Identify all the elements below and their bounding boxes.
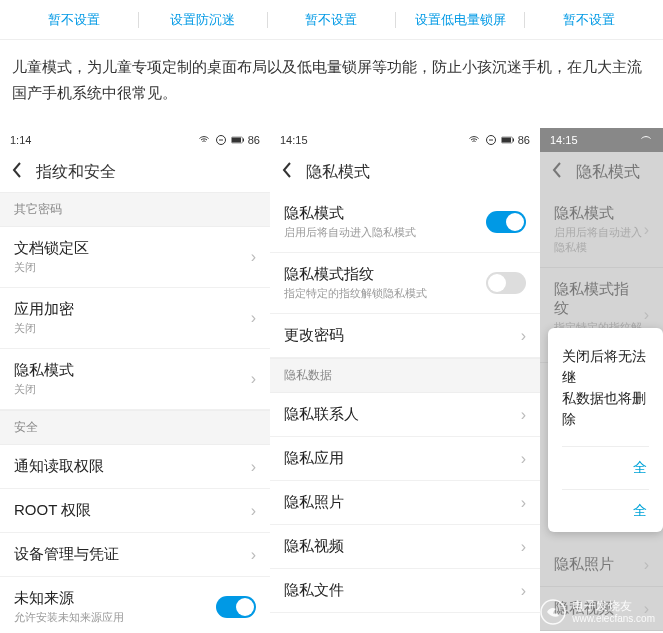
toggle-switch[interactable]	[486, 211, 526, 233]
watermark-url: www.elecfans.com	[572, 613, 655, 624]
settings-row[interactable]: 隐私模式关闭 ›	[0, 349, 270, 410]
chevron-right-icon: ›	[251, 248, 256, 266]
row-title: 设备管理与凭证	[14, 545, 119, 564]
description-text: 儿童模式，为儿童专项定制的桌面布局以及低电量锁屏等功能，防止小孩沉迷手机，在几大…	[0, 40, 663, 119]
row-title: 通知读取权限	[14, 457, 104, 476]
settings-row[interactable]: 未知来源允许安装未知来源应用	[0, 577, 270, 633]
svg-rect-2	[232, 138, 241, 143]
top-tab-4[interactable]: 暂不设置	[525, 11, 653, 29]
row-subtitle: 关闭	[14, 260, 89, 275]
row-title: 更改密码	[284, 326, 344, 345]
phone-screenshots: 1:14 86 指纹和安全 其它密码 文档锁定区关闭 › 应用加密关闭 › 隐私…	[0, 128, 663, 633]
chevron-right-icon: ›	[251, 458, 256, 476]
dialog-message: 关闭后将无法继 私数据也将删除	[562, 346, 649, 430]
chevron-right-icon: ›	[521, 582, 526, 600]
settings-row[interactable]: 隐私模式启用后将自动进入隐私模式	[270, 192, 540, 253]
chevron-right-icon: ›	[251, 309, 256, 327]
chevron-right-icon: ›	[251, 546, 256, 564]
settings-row[interactable]: 隐私应用 ›	[270, 437, 540, 481]
settings-row[interactable]: ROOT 权限 ›	[0, 489, 270, 533]
chevron-right-icon: ›	[521, 450, 526, 468]
settings-row[interactable]: 隐私模式指纹指定特定的指纹解锁隐私模式	[270, 253, 540, 314]
battery-percent: 86	[518, 134, 530, 146]
row-subtitle: 关闭	[14, 382, 74, 397]
back-icon[interactable]	[552, 161, 562, 183]
chevron-right-icon: ›	[521, 327, 526, 345]
status-icons: 86	[467, 134, 530, 146]
chevron-right-icon: ›	[521, 494, 526, 512]
top-tab-2[interactable]: 暂不设置	[268, 11, 396, 29]
settings-row[interactable]: 隐私联系人 ›	[270, 393, 540, 437]
settings-header: 指纹和安全	[0, 152, 270, 192]
section-header: 其它密码	[0, 192, 270, 227]
battery-percent: 86	[248, 134, 260, 146]
status-bar: 1:14 86	[0, 128, 270, 152]
status-bar: 14:15	[540, 128, 663, 152]
chevron-right-icon: ›	[644, 221, 649, 239]
top-tab-1[interactable]: 设置防沉迷	[139, 11, 267, 29]
settings-row: 隐私照片 ›	[540, 543, 663, 587]
battery-icon	[501, 134, 515, 146]
row-title: 隐私模式	[284, 204, 416, 223]
status-icons: 86	[197, 134, 260, 146]
status-icons	[639, 134, 653, 146]
toggle-switch[interactable]	[486, 272, 526, 294]
row-title: 隐私文件	[284, 581, 344, 600]
settings-row[interactable]: 通知读取权限 ›	[0, 445, 270, 489]
row-title: 隐私模式指纹	[284, 265, 427, 284]
row-title: 隐私模式指纹	[554, 280, 644, 318]
dialog-button-1[interactable]: 全	[562, 446, 649, 489]
row-title: ROOT 权限	[14, 501, 91, 520]
settings-header: 隐私模式	[270, 152, 540, 192]
chevron-right-icon: ›	[644, 306, 649, 324]
section-header: 安全	[0, 410, 270, 445]
phone-privacy-dialog: 14:15 隐私模式 隐私模式启用后将自动进入隐私模 › 隐私模式指纹指定特定的…	[540, 128, 663, 633]
settings-row[interactable]: 隐私文件 ›	[270, 569, 540, 613]
back-icon[interactable]	[282, 161, 292, 183]
chevron-right-icon: ›	[521, 406, 526, 424]
back-icon[interactable]	[12, 161, 22, 183]
row-subtitle: 启用后将自动进入隐私模式	[284, 225, 416, 240]
row-title: 隐私模式	[14, 361, 74, 380]
row-title: 隐私照片	[554, 555, 614, 574]
wifi-icon	[639, 134, 653, 146]
battery-icon	[231, 134, 245, 146]
status-time: 14:15	[280, 134, 308, 146]
toggle-switch[interactable]	[216, 596, 256, 618]
settings-row[interactable]: 文档锁定区关闭 ›	[0, 227, 270, 288]
settings-row[interactable]: 隐私视频 ›	[270, 525, 540, 569]
header-title: 隐私模式	[306, 162, 370, 183]
settings-row: 隐私模式启用后将自动进入隐私模 ›	[540, 192, 663, 268]
svg-rect-3	[243, 139, 244, 142]
row-title: 隐私应用	[284, 449, 344, 468]
do-not-disturb-icon	[484, 134, 498, 146]
svg-rect-7	[513, 139, 514, 142]
chevron-right-icon: ›	[521, 538, 526, 556]
row-title: 隐私视频	[284, 537, 344, 556]
row-title: 应用加密	[14, 300, 74, 319]
row-title: 隐私联系人	[284, 405, 359, 424]
top-tab-3[interactable]: 设置低电量锁屏	[396, 11, 524, 29]
phone-fingerprint-security: 1:14 86 指纹和安全 其它密码 文档锁定区关闭 › 应用加密关闭 › 隐私…	[0, 128, 270, 633]
row-subtitle: 关闭	[14, 321, 74, 336]
top-tabs: 暂不设置 设置防沉迷 暂不设置 设置低电量锁屏 暂不设置	[0, 0, 663, 40]
settings-header: 隐私模式	[540, 152, 663, 192]
section-header: 隐私数据	[270, 358, 540, 393]
settings-row[interactable]: 隐私照片 ›	[270, 481, 540, 525]
settings-row[interactable]: 设备管理与凭证 ›	[0, 533, 270, 577]
dialog-button-2[interactable]: 全	[562, 489, 649, 532]
phone-privacy-mode: 14:15 86 隐私模式 隐私模式启用后将自动进入隐私模式 隐私模式指纹指定特…	[270, 128, 540, 633]
header-title: 隐私模式	[576, 162, 640, 183]
settings-row[interactable]: 应用加密关闭 ›	[0, 288, 270, 349]
wifi-icon	[197, 134, 211, 146]
settings-row[interactable]: 更改密码 ›	[270, 314, 540, 358]
watermark-title: 电子发烧友	[572, 600, 655, 613]
svg-rect-6	[502, 138, 511, 143]
row-subtitle: 允许安装未知来源应用	[14, 610, 124, 625]
watermark: 电子发烧友 www.elecfans.com	[540, 599, 655, 625]
do-not-disturb-icon	[214, 134, 228, 146]
row-title: 文档锁定区	[14, 239, 89, 258]
wifi-icon	[467, 134, 481, 146]
top-tab-0[interactable]: 暂不设置	[10, 11, 138, 29]
status-time: 14:15	[550, 134, 578, 146]
